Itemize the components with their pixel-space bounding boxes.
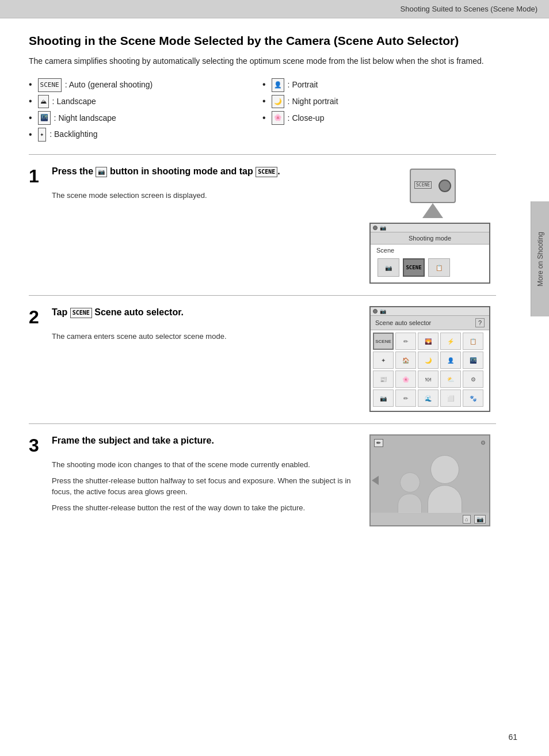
step-1-number: 1 <box>29 167 39 185</box>
grid-screen-nav: 📷 <box>371 307 489 316</box>
grid-cell-17: ✏ <box>395 390 416 407</box>
main-body <box>428 485 462 514</box>
grid-row-4: 📷 ✏ 🌊 ⬜ 🐾 <box>373 390 487 407</box>
person-silhouette <box>398 455 462 514</box>
grid-cell-4: ⚡ <box>440 333 461 350</box>
camera-physical-mock: SCENE <box>410 169 456 218</box>
page: Shooting Suited to Scenes (Scene Mode) M… <box>0 0 549 756</box>
vf-capture-icon: 📷 <box>474 515 486 524</box>
grid-cell-9: 👤 <box>440 352 461 369</box>
step-3-section: 3 Frame the subject and take a picture. … <box>29 423 496 526</box>
step-2-left: 2 Tap SCENE Scene auto selector. The cam… <box>29 306 358 412</box>
scene-tap-icon: SCENE <box>256 167 277 177</box>
right-tab-label: More on Shooting <box>536 232 544 287</box>
page-title: Shooting in the Scene Mode Selected by t… <box>29 33 496 48</box>
night-portrait-icon: 🌙 <box>272 95 284 109</box>
page-number: 61 <box>508 732 517 742</box>
bullet-landscape-text: : Landscape <box>52 94 96 109</box>
bullet-portrait: 👤 : Portrait <box>262 77 496 93</box>
small-person <box>398 472 422 514</box>
portrait-icon: 👤 <box>272 78 284 92</box>
bullet-closeup: 🌸 : Close-up <box>262 110 496 127</box>
small-head <box>400 472 420 492</box>
grid-row-2: ✦ 🏠 🌙 👤 🌃 <box>373 352 487 369</box>
step-3-content: 3 Frame the subject and take a picture. … <box>29 434 496 526</box>
grid-cell-7: 🏠 <box>395 352 416 369</box>
viewfinder-bottom-bar: ⌂ 📷 <box>371 513 489 525</box>
step-3-right: ✏ ⚙ <box>369 434 496 526</box>
screen-icon-camera: 📷 <box>378 258 399 277</box>
step-3-heading: Frame the subject and take a picture. <box>52 434 358 447</box>
small-body <box>398 494 422 514</box>
grid-cell-18: 🌊 <box>418 390 439 407</box>
step-3-body2: Press the shutter-release button halfway… <box>52 475 358 498</box>
vf-mode-icon: ✏ <box>374 439 383 447</box>
grid-cell-6: ✦ <box>373 352 394 369</box>
step-2-number: 2 <box>29 308 39 326</box>
viewfinder-screen: ✏ ⚙ <box>369 434 490 526</box>
camera-lens <box>439 180 451 192</box>
bullet-auto-text: : Auto (general shooting) <box>65 78 153 92</box>
camera-body: SCENE <box>410 169 456 203</box>
bullet-night-landscape-text: : Night landscape <box>54 111 116 125</box>
grid-cell-12: 🌸 <box>395 371 416 388</box>
closeup-icon: 🌸 <box>272 111 284 125</box>
main-person <box>428 455 462 514</box>
screen-scene-label: Scene <box>375 247 485 254</box>
camera-input-mockup: SCENE <box>369 169 496 218</box>
screen-top-nav: 📷 <box>371 224 489 232</box>
grid-row-3: 📰 🌸 🍽 ⛅ ⚙ <box>373 371 487 388</box>
bullet-portrait-text: : Portrait <box>288 78 318 92</box>
page-header: Shooting Suited to Scenes (Scene Mode) <box>0 0 549 18</box>
scene-text-icon: SCENE <box>406 265 421 270</box>
bullet-backlighting: ✦ : Backlighting <box>29 127 262 143</box>
backlighting-icon: ✦ <box>38 128 47 142</box>
screen-icon-other: 📋 <box>428 258 450 277</box>
grid-cell-16: 📷 <box>373 390 394 407</box>
camera-button-icon: 📷 <box>96 167 107 177</box>
step-2-body: The camera enters scene auto selector sc… <box>52 331 358 342</box>
main-head <box>430 455 459 484</box>
grid-camera-icon: 📷 <box>380 308 386 314</box>
help-icon: ? <box>475 318 485 327</box>
night-landscape-icon: 🌃 <box>38 111 51 125</box>
grid-nav-dot <box>373 309 378 314</box>
grid-cell-11: 📰 <box>373 371 394 388</box>
screen-camera-icon: 📷 <box>380 225 386 231</box>
bullet-night-portrait: 🌙 : Night portrait <box>262 93 496 110</box>
shooting-mode-screen: 📷 Shooting mode Scene 📷 SCENE <box>369 223 490 284</box>
grid-cell-10: 🌃 <box>463 352 483 369</box>
grid-cell-3: 🌄 <box>418 333 439 350</box>
scene-icon: SCENE <box>38 78 62 92</box>
step-1-section: 1 Press the 📷 button in shooting mode an… <box>29 154 496 284</box>
grid-cell-8: 🌙 <box>418 352 439 369</box>
step-1-body: The scene mode selection screen is displ… <box>52 190 358 201</box>
main-content: Shooting in the Scene Mode Selected by t… <box>0 18 531 555</box>
grid-cell-2: ✏ <box>395 333 416 350</box>
bullet-closeup-text: : Close-up <box>288 111 325 125</box>
arrow-up-icon <box>422 203 443 218</box>
bullet-backlighting-text: : Backlighting <box>49 127 97 142</box>
step-2-content: 2 Tap SCENE Scene auto selector. The cam… <box>29 306 496 412</box>
grid-cell-20: 🐾 <box>463 390 483 407</box>
step-1-content: 1 Press the 📷 button in shooting mode an… <box>29 165 496 284</box>
camera-scene-label: SCENE <box>414 181 432 189</box>
grid-body: SCENE ✏ 🌄 ⚡ 📋 ✦ 🏠 🌙 👤 <box>371 330 489 411</box>
bullet-list-section: SCENE : Auto (general shooting) ⛰ : Land… <box>29 77 496 143</box>
step-3-number: 3 <box>29 436 39 455</box>
vf-right-icon: ⚙ <box>481 440 486 446</box>
step-3-left: 3 Frame the subject and take a picture. … <box>29 434 358 526</box>
grid-cell-5: 📋 <box>463 333 483 350</box>
vf-zoom-icon: ⌂ <box>463 515 471 524</box>
step-1-heading: Press the 📷 button in shooting mode and … <box>52 165 358 178</box>
step-3-body1: The shooting mode icon changes to that o… <box>52 459 358 471</box>
vf-left-arrow-icon <box>372 476 379 485</box>
right-side-tab: More on Shooting <box>531 201 549 316</box>
step-2-section: 2 Tap SCENE Scene auto selector. The cam… <box>29 295 496 412</box>
bullet-auto: SCENE : Auto (general shooting) <box>29 77 262 93</box>
step-3-body3: Press the shutter-release button the res… <box>52 502 358 514</box>
nav-dot-icon <box>373 226 378 230</box>
grid-cell-14: ⛅ <box>440 371 461 388</box>
bullet-col-left: SCENE : Auto (general shooting) ⛰ : Land… <box>29 77 262 143</box>
landscape-icon: ⛰ <box>38 95 49 109</box>
